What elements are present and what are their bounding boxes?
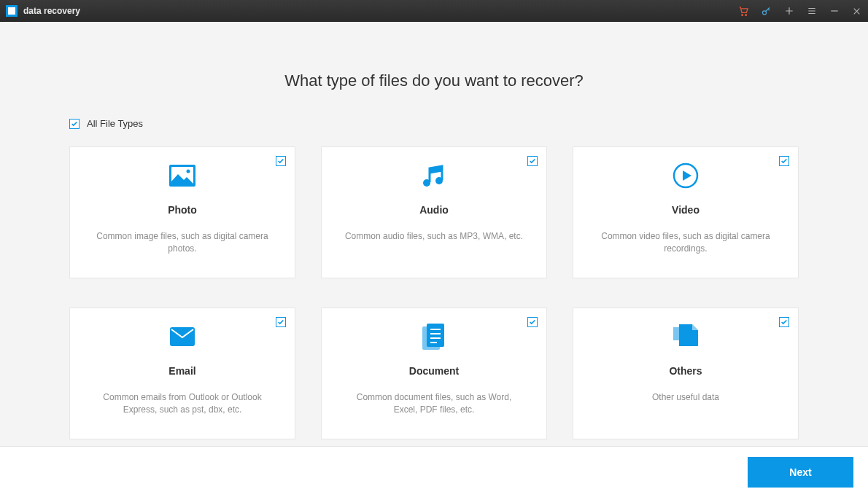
photo-icon bbox=[169, 160, 195, 191]
card-photo[interactable]: Photo Common image files, such as digita… bbox=[69, 146, 295, 278]
close-icon[interactable] bbox=[851, 6, 862, 17]
svg-point-2 bbox=[763, 10, 767, 14]
svg-point-6 bbox=[423, 179, 430, 187]
titlebar-right bbox=[738, 6, 862, 17]
page-heading: What type of files do you want to recove… bbox=[284, 71, 584, 90]
card-document-desc: Common document files, such as Word, Exc… bbox=[322, 391, 546, 417]
menu-icon[interactable] bbox=[806, 6, 817, 17]
card-video-checkbox[interactable] bbox=[779, 156, 789, 166]
minimize-icon[interactable] bbox=[829, 6, 840, 17]
email-icon bbox=[170, 321, 195, 352]
plus-icon[interactable] bbox=[783, 6, 794, 17]
card-others[interactable]: Others Other useful data bbox=[573, 308, 799, 439]
card-audio[interactable]: Audio Common audio files, such as MP3, W… bbox=[321, 146, 547, 278]
svg-point-7 bbox=[435, 177, 443, 184]
content-wrapper: All File Types Photo Common image files,… bbox=[69, 118, 799, 439]
card-email-desc: Common emails from Outlook or Outlook Ex… bbox=[70, 391, 295, 417]
audio-icon bbox=[423, 160, 445, 191]
app-logo-icon bbox=[6, 5, 18, 17]
others-icon bbox=[673, 321, 698, 352]
card-video-desc: Common video files, such as digital came… bbox=[573, 230, 798, 256]
key-icon[interactable] bbox=[761, 6, 772, 17]
svg-point-0 bbox=[742, 14, 743, 15]
card-document[interactable]: Document Common document files, such as … bbox=[321, 308, 547, 439]
document-icon bbox=[422, 321, 446, 352]
main-area: What type of files do you want to recove… bbox=[0, 22, 868, 446]
card-email[interactable]: Email Common emails from Outlook or Outl… bbox=[69, 308, 295, 439]
svg-rect-11 bbox=[427, 324, 444, 347]
all-file-types-checkbox[interactable] bbox=[69, 119, 80, 129]
titlebar-left: data recovery bbox=[6, 5, 80, 17]
card-others-checkbox[interactable] bbox=[779, 317, 789, 327]
card-video-title: Video bbox=[672, 204, 700, 216]
card-audio-desc: Common audio files, such as MP3, WMA, et… bbox=[323, 230, 545, 243]
card-photo-title: Photo bbox=[168, 204, 197, 216]
card-email-checkbox[interactable] bbox=[276, 317, 286, 327]
card-document-title: Document bbox=[409, 365, 459, 377]
card-audio-title: Audio bbox=[419, 204, 449, 216]
card-email-title: Email bbox=[168, 365, 195, 377]
card-video[interactable]: Video Common video files, such as digita… bbox=[573, 146, 799, 278]
file-type-grid: Photo Common image files, such as digita… bbox=[69, 146, 799, 439]
app-title: data recovery bbox=[23, 6, 80, 16]
all-file-types-label: All File Types bbox=[87, 118, 143, 129]
card-audio-checkbox[interactable] bbox=[527, 156, 538, 166]
titlebar: data recovery bbox=[0, 0, 868, 22]
card-others-desc: Other useful data bbox=[630, 391, 741, 404]
card-photo-desc: Common image files, such as digital came… bbox=[70, 230, 295, 256]
card-document-checkbox[interactable] bbox=[527, 317, 538, 327]
svg-point-5 bbox=[187, 170, 190, 173]
card-photo-checkbox[interactable] bbox=[276, 156, 286, 166]
all-file-types-toggle[interactable]: All File Types bbox=[69, 118, 799, 129]
video-icon bbox=[673, 160, 699, 191]
card-others-title: Others bbox=[669, 365, 702, 377]
svg-point-1 bbox=[745, 14, 747, 15]
cart-icon[interactable] bbox=[738, 6, 749, 17]
next-button[interactable]: Next bbox=[748, 457, 853, 488]
footer: Next bbox=[0, 446, 868, 497]
